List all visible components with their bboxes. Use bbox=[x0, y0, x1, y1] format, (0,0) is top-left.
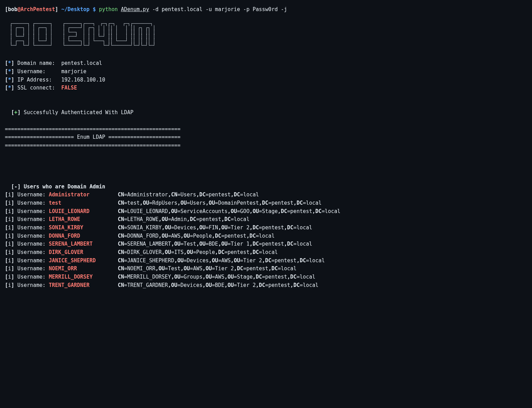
prompt-python: python bbox=[99, 6, 118, 12]
username: NOEMI_ORR bbox=[49, 265, 77, 272]
info-line: [*] Username: marjorie bbox=[5, 68, 527, 76]
dn: CN=DIRK_GLOVER,OU=ITS,OU=People,DC=pente… bbox=[118, 249, 278, 255]
username: SERENA_LAMBERT bbox=[49, 241, 92, 247]
info-line: [*] SSL connect: FALSE bbox=[5, 84, 527, 92]
prompt-script: ADenum.py bbox=[121, 6, 149, 12]
dn: CN=JANICE_SHEPHERD,OU=Devices,OU=AWS,OU=… bbox=[118, 257, 325, 264]
info-line: [*] Domain name: pentest.local bbox=[5, 59, 527, 68]
prompt-args: -d pentest.local -u marjorie -p Passw0rd… bbox=[152, 6, 287, 12]
user-row: [i] Username: LOUIE_LEONARD CN=LOUIE_LEO… bbox=[5, 207, 527, 216]
prompt-path: ~/Desktop bbox=[61, 6, 90, 12]
username: TRENT_GARDNER bbox=[49, 282, 89, 288]
prompt-user: bob bbox=[8, 6, 17, 12]
username: DIRK_GLOVER bbox=[49, 249, 83, 255]
dn: CN=SERENA_LAMBERT,OU=Test,OU=BDE,OU=Tier… bbox=[118, 241, 312, 247]
username: LETHA_ROWE bbox=[49, 216, 80, 222]
dn: CN=TRENT_GARDNER,OU=Devices,OU=BDE,OU=Ti… bbox=[118, 282, 318, 288]
dn: CN=SONIA_KIRBY,OU=Devices,OU=FIN,OU=Tier… bbox=[118, 224, 312, 231]
user-row: [i] Username: test CN=test,OU=RdpUsers,O… bbox=[5, 199, 527, 207]
username: DONNA_FORD bbox=[49, 233, 80, 239]
user-row: [i] Username: SERENA_LAMBERT CN=SERENA_L… bbox=[5, 240, 527, 248]
dn: CN=MERRILL_DORSEY,OU=Groups,OU=AWS,OU=St… bbox=[118, 274, 315, 280]
prompt-at: @ bbox=[17, 6, 20, 12]
section-label: ====================== Enum LDAP =======… bbox=[5, 133, 527, 142]
user-row: [i] Username: MERRILL_DORSEY CN=MERRILL_… bbox=[5, 273, 527, 281]
dn: CN=LOUIE_LEONARD,OU=ServiceAccounts,OU=G… bbox=[118, 208, 340, 214]
user-row: [i] Username: Administrator CN=Administr… bbox=[5, 191, 527, 199]
username: JANICE_SHEPHERD bbox=[49, 257, 95, 264]
user-row: [i] Username: LETHA_ROWE CN=LETHA_ROWE,O… bbox=[5, 215, 527, 224]
dn: CN=Administrator,CN=Users,DC=pentest,DC=… bbox=[118, 192, 259, 198]
username: SONIA_KIRBY bbox=[49, 224, 83, 231]
auth-line: [+] Succesfully Authenticated With LDAP bbox=[5, 101, 527, 117]
ascii-banner: ┌──────┐ ┌──────┐ ┌──────┐┌───┐ ┌─┐┌─┐ ┌… bbox=[5, 22, 527, 48]
users-block: [i] Username: Administrator CN=Administr… bbox=[5, 191, 527, 289]
info-line: [*] IP Address: 192.168.100.10 bbox=[5, 76, 527, 84]
username: MERRILL_DORSEY bbox=[49, 274, 92, 280]
username: Administrator bbox=[49, 192, 89, 198]
dn: CN=DONNA_FORD,OU=AWS,OU=People,DC=pentes… bbox=[118, 233, 275, 239]
prompt-dollar: $ bbox=[93, 6, 96, 12]
prompt-line[interactable]: [bob@ArchPentest] ~/Desktop $ python ADe… bbox=[5, 6, 527, 14]
dn: CN=test,OU=RdpUsers,OU=Users,OU=DomainPe… bbox=[118, 200, 322, 206]
user-row: [i] Username: TRENT_GARDNER CN=TRENT_GAR… bbox=[5, 281, 527, 290]
username: test bbox=[49, 200, 61, 206]
user-row: [i] Username: NOEMI_ORR CN=NOEMI_ORR,OU=… bbox=[5, 265, 527, 273]
user-row: [i] Username: SONIA_KIRBY CN=SONIA_KIRBY… bbox=[5, 224, 527, 232]
rule-top: ========================================… bbox=[5, 125, 527, 134]
user-row: [i] Username: JANICE_SHEPHERD CN=JANICE_… bbox=[5, 257, 527, 265]
username: LOUIE_LEONARD bbox=[49, 208, 89, 214]
user-row: [i] Username: DIRK_GLOVER CN=DIRK_GLOVER… bbox=[5, 248, 527, 257]
rule-bot: ========================================… bbox=[5, 142, 527, 150]
user-row: [i] Username: DONNA_FORD CN=DONNA_FORD,O… bbox=[5, 232, 527, 240]
prompt-host: ArchPentest bbox=[20, 6, 55, 12]
info-block: [*] Domain name: pentest.local[*] Userna… bbox=[5, 59, 527, 92]
dn: CN=LETHA_ROWE,OU=Admin,DC=pentest,DC=loc… bbox=[118, 216, 249, 222]
users-header: [-] Users who are Domain Admin bbox=[5, 175, 527, 191]
dn: CN=NOEMI_ORR,OU=Test,OU=AWS,OU=Tier 2,DC… bbox=[118, 265, 297, 272]
